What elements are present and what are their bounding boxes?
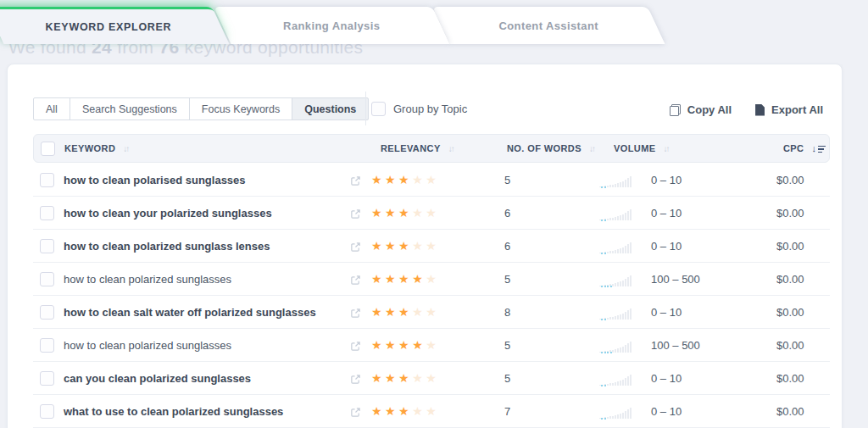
volume-sparkline bbox=[599, 274, 640, 286]
relevancy-stars: ★★★★★ bbox=[371, 263, 439, 296]
keyword-cell: how to clean salt water off polarized su… bbox=[64, 296, 316, 329]
relevancy-stars: ★★★★★ bbox=[371, 296, 439, 329]
volume-sparkline bbox=[599, 406, 640, 419]
group-by-topic[interactable]: Group by Topic bbox=[371, 102, 467, 116]
word-count-cell: 8 bbox=[504, 296, 510, 329]
column-header-label: CPC bbox=[783, 143, 804, 153]
word-count-cell: 6 bbox=[504, 230, 510, 263]
table-row: how to clean salt water off polarized su… bbox=[33, 296, 830, 329]
volume-sparkline bbox=[599, 175, 640, 187]
volume-sparkline bbox=[599, 208, 640, 220]
sort-updown-icon[interactable]: ↓↑ bbox=[589, 144, 594, 153]
external-link-icon[interactable] bbox=[350, 175, 361, 186]
word-count-cell: 5 bbox=[504, 329, 510, 362]
tab-content-assistant[interactable]: Content Assistant bbox=[432, 7, 665, 44]
sort-updown-icon[interactable]: ↓↑ bbox=[123, 144, 128, 153]
cpc-cell: $0.00 bbox=[776, 230, 804, 263]
cpc-cell: $0.00 bbox=[776, 362, 804, 395]
keyword-cell: can you clean polarized sunglasses bbox=[64, 362, 251, 395]
cpc-cell: $0.00 bbox=[776, 164, 804, 197]
column-header-keyword[interactable]: KEYWORD ↓↑ bbox=[64, 135, 128, 162]
group-by-topic-checkbox[interactable] bbox=[371, 102, 386, 116]
volume-cell: 0 – 10 bbox=[651, 164, 682, 197]
row-checkbox[interactable] bbox=[40, 239, 54, 253]
volume-sparkline bbox=[599, 307, 640, 320]
column-header-volume[interactable]: VOLUME ↓↑ bbox=[614, 135, 668, 162]
keyword-cell: how to clean your polarized sunglasses bbox=[64, 197, 272, 230]
sort-updown-icon[interactable]: ↓↑ bbox=[663, 144, 668, 153]
word-count-cell: 6 bbox=[504, 197, 510, 230]
table-row: what to use to clean polarized sunglasse… bbox=[33, 395, 830, 428]
volume-cell: 100 – 500 bbox=[651, 263, 700, 296]
keyword-cell: how to clean polarised sunglasses bbox=[64, 164, 246, 197]
external-link-icon[interactable] bbox=[350, 307, 361, 318]
filter-search-suggestions[interactable]: Search Suggestions bbox=[70, 97, 190, 120]
volume-cell: 100 – 500 bbox=[651, 329, 700, 362]
column-header-words[interactable]: NO. OF WORDS ↓↑ bbox=[507, 135, 594, 162]
group-by-topic-label: Group by Topic bbox=[393, 103, 467, 115]
volume-cell: 0 – 10 bbox=[651, 296, 682, 329]
filter-focus-keywords[interactable]: Focus Keywords bbox=[189, 97, 292, 120]
column-header-label: RELEVANCY bbox=[381, 143, 441, 153]
column-header-relevancy[interactable]: RELEVANCY ↓↑ bbox=[381, 135, 453, 162]
relevancy-stars: ★★★★★ bbox=[371, 329, 439, 362]
table-row: how to clean your polarized sunglasses ★… bbox=[33, 197, 830, 230]
column-header-label: KEYWORD bbox=[64, 143, 115, 153]
word-count-cell: 5 bbox=[504, 362, 510, 395]
table-row: can you clean polarized sunglasses ★★★★★… bbox=[33, 362, 830, 395]
keyword-explorer-panel: AllSearch SuggestionsFocus KeywordsQuest… bbox=[7, 64, 843, 428]
row-checkbox[interactable] bbox=[40, 371, 54, 386]
tab-ranking-analysis[interactable]: Ranking Analysis bbox=[214, 7, 450, 44]
filter-questions[interactable]: Questions bbox=[292, 97, 369, 120]
volume-sparkline bbox=[599, 373, 640, 386]
cpc-cell: $0.00 bbox=[776, 329, 804, 362]
relevancy-stars: ★★★★★ bbox=[371, 362, 439, 395]
table-row: how to clean polarized sunglass lenses ★… bbox=[33, 230, 830, 263]
word-count-cell: 7 bbox=[504, 395, 510, 428]
row-checkbox[interactable] bbox=[40, 173, 54, 187]
toolbar-divider bbox=[365, 92, 366, 125]
sort-updown-icon[interactable]: ↓↑ bbox=[448, 144, 453, 153]
copy-all-label: Copy All bbox=[687, 103, 732, 116]
volume-sparkline bbox=[599, 340, 640, 353]
external-link-icon[interactable] bbox=[350, 406, 361, 417]
cpc-cell: $0.00 bbox=[776, 296, 804, 329]
volume-cell: 0 – 10 bbox=[651, 362, 682, 395]
tab-label: Ranking Analysis bbox=[222, 7, 441, 44]
keyword-cell: what to use to clean polarized sunglasse… bbox=[64, 395, 283, 428]
column-header-label: NO. OF WORDS bbox=[507, 143, 581, 153]
external-link-icon[interactable] bbox=[350, 208, 361, 219]
volume-sparkline bbox=[599, 241, 640, 253]
copy-icon bbox=[670, 104, 681, 116]
export-file-icon bbox=[755, 104, 765, 116]
keyword-cell: how to clean polarized sunglasses bbox=[64, 263, 231, 296]
column-header-cpc[interactable]: CPC ↓ bbox=[783, 135, 826, 162]
row-checkbox[interactable] bbox=[40, 305, 54, 320]
row-checkbox[interactable] bbox=[40, 272, 54, 286]
export-all-button[interactable]: Export All bbox=[755, 103, 823, 116]
table-actions: Copy All Export All bbox=[670, 103, 823, 116]
select-all-checkbox[interactable] bbox=[41, 142, 55, 156]
row-checkbox[interactable] bbox=[40, 404, 54, 419]
relevancy-stars: ★★★★★ bbox=[371, 164, 439, 197]
keyword-cell: how to clean polarized sunglasses bbox=[64, 329, 231, 362]
external-link-icon[interactable] bbox=[350, 340, 361, 351]
volume-cell: 0 – 10 bbox=[651, 395, 682, 428]
table-header: KEYWORD ↓↑ RELEVANCY ↓↑ NO. OF WORDS ↓↑ … bbox=[33, 134, 830, 163]
row-checkbox[interactable] bbox=[40, 338, 54, 353]
external-link-icon[interactable] bbox=[350, 241, 361, 252]
table-row: how to clean polarized sunglasses ★★★★★ … bbox=[33, 263, 830, 296]
word-count-cell: 5 bbox=[504, 263, 510, 296]
filter-all[interactable]: All bbox=[33, 97, 70, 120]
keyword-table-body: how to clean polarised sunglasses ★★★★★ … bbox=[33, 164, 830, 428]
copy-all-button[interactable]: Copy All bbox=[670, 103, 732, 116]
external-link-icon[interactable] bbox=[350, 373, 361, 384]
column-header-label: VOLUME bbox=[614, 143, 655, 153]
row-checkbox[interactable] bbox=[40, 206, 54, 220]
external-link-icon[interactable] bbox=[350, 274, 361, 285]
tab-keyword-explorer[interactable]: KEYWORD EXPLORER bbox=[0, 7, 230, 44]
relevancy-stars: ★★★★★ bbox=[371, 395, 439, 428]
sort-descending-icon[interactable]: ↓ bbox=[811, 144, 826, 153]
table-row: how to clean polarized sunglasses ★★★★★ … bbox=[33, 329, 830, 362]
tab-label: KEYWORD EXPLORER bbox=[0, 9, 221, 44]
